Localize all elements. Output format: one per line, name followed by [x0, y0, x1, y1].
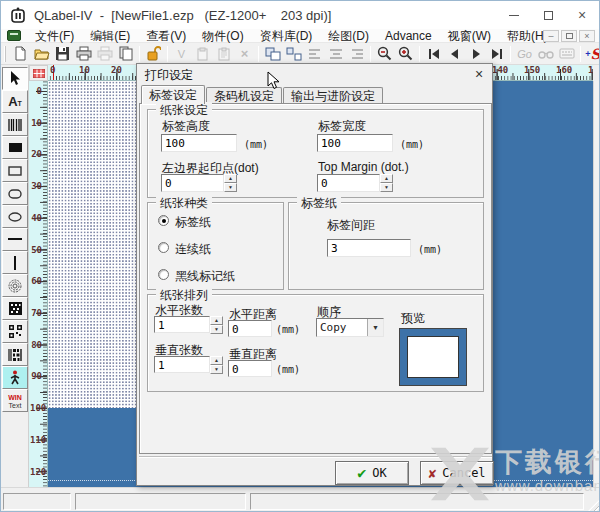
ungroup-button[interactable] [283, 44, 304, 64]
horizontal-gap-input[interactable]: 0 [228, 320, 272, 337]
top-margin-input[interactable]: 0 [317, 174, 380, 192]
align-right-button[interactable] [346, 44, 367, 64]
open-button[interactable] [31, 44, 52, 64]
menu-draw[interactable]: 绘图(D) [320, 29, 377, 43]
spin-up-icon[interactable]: ▲ [210, 356, 223, 365]
tool-text[interactable]: AT [2, 90, 28, 113]
label-height-input[interactable]: 100 [161, 134, 237, 152]
top-margin-spinner[interactable]: ▲▼ [380, 174, 393, 192]
label-width-input[interactable]: 100 [317, 134, 393, 152]
order-combobox[interactable]: Copy ▼ [316, 318, 384, 337]
tool-rectangle[interactable] [2, 159, 28, 182]
paste-v-button[interactable]: V [171, 44, 192, 64]
left-margin-spinner[interactable]: ▲▼ [224, 174, 237, 192]
left-margin-input[interactable]: 0 [161, 174, 224, 192]
tool-datamatrix[interactable] [2, 297, 28, 320]
print-preview-button[interactable] [94, 44, 115, 64]
tool-ellipse[interactable] [2, 205, 28, 228]
radio-black-mark-paper[interactable] [158, 269, 169, 280]
dialog-close-button[interactable]: × [471, 66, 487, 82]
check-icon: ✔ [357, 464, 366, 482]
tab-label-setup[interactable]: 标签设定 [141, 85, 205, 104]
toolbar-separator [139, 46, 140, 62]
radio-continuous-paper-text[interactable]: 连续纸 [175, 241, 211, 258]
menu-database[interactable]: 资料库(D) [252, 29, 321, 43]
tab-output-advanced-setup[interactable]: 输出与进阶设定 [283, 87, 383, 104]
align-center-icon [329, 48, 343, 60]
horizontal-count-input[interactable]: 1 [154, 316, 210, 333]
menu-edit[interactable]: 编辑(E) [82, 29, 138, 43]
align-left-button[interactable] [304, 44, 325, 64]
resize-grip[interactable] [587, 499, 600, 512]
tool-win-text[interactable]: WINText [2, 389, 28, 412]
combo-dropdown-button[interactable]: ▼ [367, 319, 383, 336]
spin-up-icon[interactable]: ▲ [224, 174, 237, 183]
go-button[interactable]: Go [514, 44, 535, 64]
menu-window[interactable]: 视窗(W) [440, 29, 499, 43]
new-button[interactable] [10, 44, 31, 64]
print-button[interactable] [73, 44, 94, 64]
keyboard-button[interactable] [556, 44, 577, 64]
zoom-in-button[interactable] [395, 44, 416, 64]
spin-up-icon[interactable]: ▲ [210, 316, 223, 325]
unlock-button[interactable] [143, 44, 164, 64]
mdi-close-button[interactable]: × [579, 30, 595, 42]
spin-down-icon[interactable]: ▼ [380, 183, 393, 192]
close-button[interactable]: × [565, 1, 599, 29]
menu-file[interactable]: 文件(F) [27, 29, 82, 43]
menu-advance[interactable]: Advance [377, 29, 440, 43]
mdi-minimize-button[interactable]: – [543, 30, 559, 42]
paste-button[interactable] [192, 44, 213, 64]
string-setup-button[interactable]: +S. [584, 44, 600, 64]
copy-button[interactable] [115, 44, 136, 64]
vertical-count-spinner[interactable]: ▲▼ [210, 356, 223, 373]
ruler-origin-button[interactable] [29, 65, 48, 81]
vertical-scrollbar[interactable] [593, 81, 600, 487]
dialog-title-bar[interactable]: 打印设定 × [137, 64, 492, 84]
app-logo-icon [10, 7, 26, 23]
next-record-button[interactable] [465, 44, 486, 64]
minimize-button[interactable] [497, 1, 531, 29]
horizontal-count-spinner[interactable]: ▲▼ [210, 316, 223, 333]
radio-black-mark-paper-text[interactable]: 黑线标记纸 [175, 268, 235, 285]
label-gap-unit: (mm) [418, 244, 442, 255]
tool-pdf417[interactable] [2, 343, 28, 366]
spin-down-icon[interactable]: ▼ [224, 183, 237, 192]
tool-barcode[interactable] [2, 113, 28, 136]
tool-select[interactable] [2, 67, 28, 90]
mdi-restore-button[interactable] [561, 30, 577, 42]
cancel-button[interactable]: ✘ Cancel [420, 461, 494, 485]
tool-graphic[interactable] [2, 366, 28, 389]
tool-horizontal-line[interactable] [2, 228, 28, 251]
tool-qrcode[interactable] [2, 320, 28, 343]
vertical-count-input[interactable]: 1 [154, 356, 210, 373]
menu-view[interactable]: 查看(V) [138, 29, 194, 43]
clipboard-button[interactable] [213, 44, 234, 64]
save-button[interactable] [52, 44, 73, 64]
delete-button[interactable]: × [234, 44, 255, 64]
label-gap-input[interactable]: 3 [327, 239, 411, 257]
maximize-button[interactable] [531, 1, 565, 29]
toolbar-separator [370, 46, 371, 62]
vertical-gap-input[interactable]: 0 [228, 360, 272, 377]
spin-up-icon[interactable]: ▲ [380, 174, 393, 183]
align-center-button[interactable] [325, 44, 346, 64]
view-data-button[interactable] [535, 44, 556, 64]
spin-down-icon[interactable]: ▼ [210, 365, 223, 374]
spin-down-icon[interactable]: ▼ [210, 325, 223, 334]
tool-rounded-rectangle[interactable] [2, 182, 28, 205]
zoom-out-button[interactable] [374, 44, 395, 64]
tool-filled-rectangle[interactable] [2, 136, 28, 159]
radio-continuous-paper[interactable] [158, 242, 169, 253]
tool-vertical-line[interactable] [2, 251, 28, 274]
radio-label-paper-text[interactable]: 标签纸 [175, 214, 211, 231]
group-button[interactable] [262, 44, 283, 64]
radio-label-paper[interactable] [158, 215, 169, 226]
first-record-button[interactable] [423, 44, 444, 64]
last-record-button[interactable] [486, 44, 507, 64]
menu-object[interactable]: 物件(O) [194, 29, 251, 43]
ok-button[interactable]: ✔ OK [335, 461, 409, 485]
x-icon: ✘ [428, 466, 436, 481]
tool-maxicode[interactable] [2, 274, 28, 297]
previous-record-button[interactable] [444, 44, 465, 64]
